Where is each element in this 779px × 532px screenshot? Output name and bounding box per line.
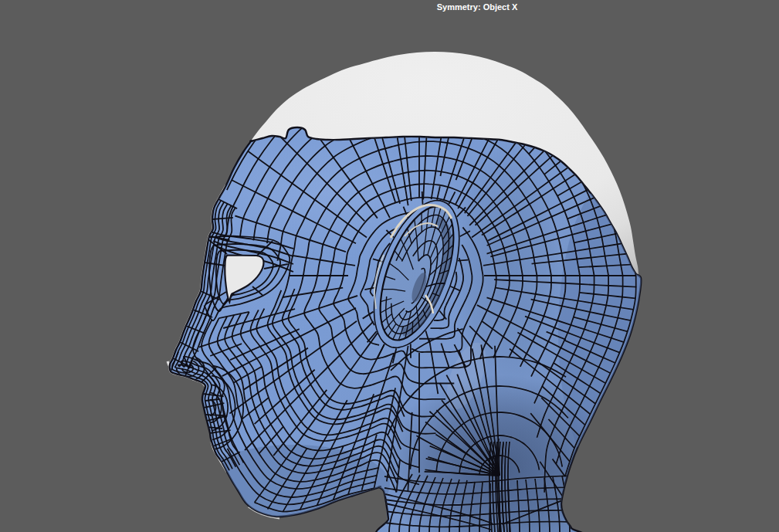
svg-text:Symmetry: Object X: Symmetry: Object X [437,2,518,12]
